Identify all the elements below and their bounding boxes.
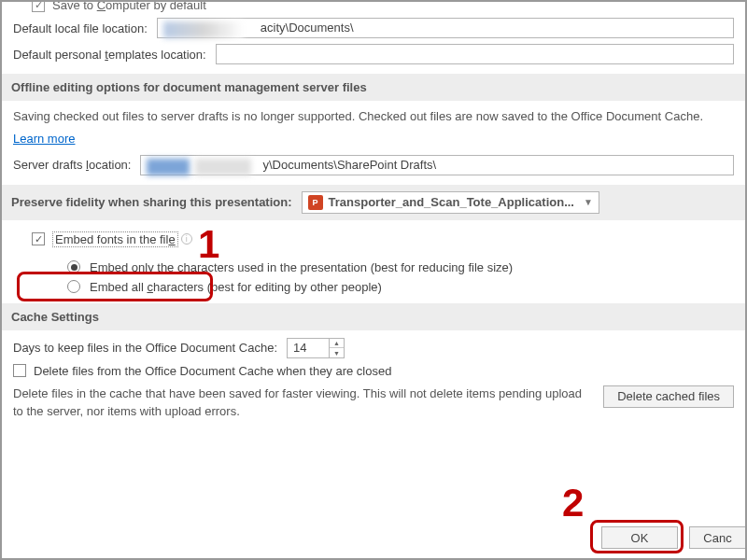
- presentation-dropdown-value: Transporter_and_Scan_Tote_Application...: [329, 195, 574, 209]
- annotation-number-2: 2: [562, 481, 584, 525]
- offline-body-text: Saving checked out files to server draft…: [13, 108, 734, 126]
- preserve-fidelity-header: Preserve fidelity when sharing this pres…: [2, 185, 745, 220]
- embed-only-label: Embed only the characters used in the pr…: [90, 260, 513, 274]
- embed-only-radio[interactable]: [67, 260, 80, 273]
- info-icon[interactable]: i: [181, 233, 192, 245]
- chevron-down-icon: ▼: [584, 197, 593, 207]
- cancel-button[interactable]: Canc: [689, 526, 745, 549]
- templates-location-input[interactable]: [216, 44, 734, 64]
- local-file-location-input[interactable]: . acity\Documents\: [157, 18, 734, 38]
- cache-days-value[interactable]: 14: [288, 339, 329, 357]
- spinner-down-icon[interactable]: ▼: [330, 348, 344, 357]
- cache-settings-header: Cache Settings: [2, 303, 745, 330]
- ok-button[interactable]: OK: [601, 526, 678, 549]
- cache-days-label: Days to keep files in the Office Documen…: [13, 341, 277, 355]
- delete-on-close-label: Delete files from the Office Document Ca…: [34, 364, 391, 378]
- delete-cached-files-button[interactable]: Delete cached files: [603, 385, 734, 408]
- delete-on-close-checkbox[interactable]: [13, 364, 26, 377]
- embed-all-radio[interactable]: [67, 280, 80, 293]
- server-drafts-label: Server drafts location:: [13, 158, 131, 172]
- learn-more-link[interactable]: Learn more: [13, 132, 75, 146]
- presentation-dropdown[interactable]: P Transporter_and_Scan_Tote_Application.…: [302, 191, 599, 214]
- spinner-up-icon[interactable]: ▲: [330, 339, 344, 349]
- embed-fonts-checkbox[interactable]: [32, 232, 45, 245]
- server-drafts-input[interactable]: . y\Documents\SharePoint Drafts\: [140, 155, 734, 175]
- save-to-computer-checkbox[interactable]: [32, 0, 45, 12]
- embed-all-label: Embed all characters (best for editing b…: [90, 280, 382, 294]
- cache-days-spinner[interactable]: 14 ▲ ▼: [287, 338, 345, 358]
- local-file-location-label: Default local file location:: [13, 21, 148, 35]
- templates-location-label: Default personal templates location:: [13, 48, 206, 62]
- offline-section-header: Offline editing options for document man…: [2, 74, 745, 101]
- embed-fonts-label: Embed fonts in the file: [52, 231, 178, 247]
- delete-cache-description: Delete files in the cache that have been…: [13, 385, 590, 421]
- save-to-computer-label: Save to Computer by default: [52, 0, 206, 12]
- powerpoint-icon: P: [308, 195, 323, 210]
